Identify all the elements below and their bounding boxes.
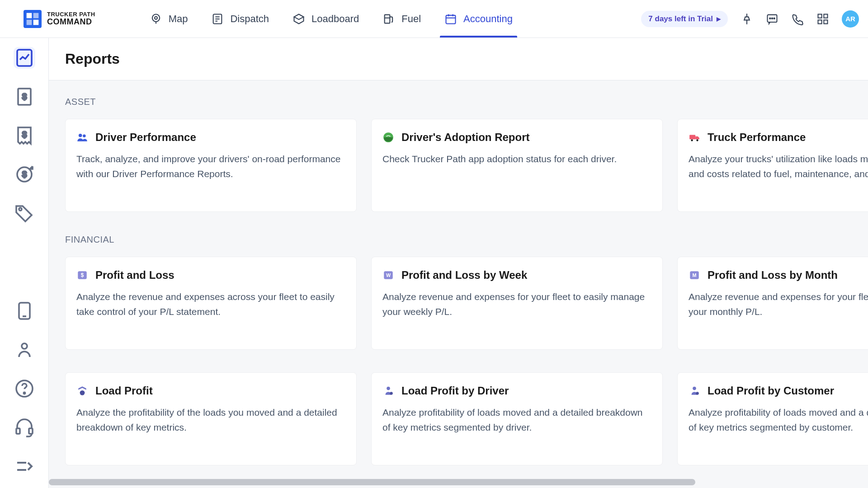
- svg-point-55: [693, 387, 696, 390]
- svg-point-18: [772, 18, 773, 19]
- svg-text:W: W: [386, 272, 391, 278]
- horizontal-scrollbar[interactable]: [49, 479, 857, 485]
- sidebar-transfer[interactable]: $: [14, 164, 35, 185]
- logo-line2: COMMAND: [47, 18, 95, 26]
- sidebar-top: $ $ $: [0, 47, 48, 224]
- svg-text:$: $: [22, 92, 26, 101]
- svg-point-54: [390, 392, 393, 395]
- apps-grid-icon[interactable]: [816, 13, 829, 25]
- pin-icon[interactable]: [741, 13, 753, 25]
- card-load-profit-customer[interactable]: Load Profit by Customer Analyze profitab…: [677, 372, 868, 465]
- nav-fuel[interactable]: Fuel: [382, 0, 421, 38]
- loadboard-icon: [292, 13, 305, 25]
- avatar[interactable]: AR: [842, 10, 859, 28]
- svg-text:M: M: [692, 272, 696, 278]
- svg-text:$: $: [22, 130, 26, 139]
- card-desc: Analyze profitability of loads moved and…: [689, 405, 868, 435]
- card-load-profit[interactable]: Load Profit Analyze the profitability of…: [65, 372, 357, 465]
- card-title: Load Profit by Driver: [401, 385, 509, 397]
- chevron-right-icon: ▶: [717, 16, 721, 22]
- chat-icon[interactable]: [766, 13, 778, 25]
- nav-dispatch[interactable]: Dispatch: [211, 0, 269, 38]
- scroll-area[interactable]: ASSET Driver Performance Track, analyze,…: [49, 80, 868, 488]
- svg-rect-23: [824, 20, 827, 23]
- card-profit-loss[interactable]: $ Profit and Loss Analyze the revenue an…: [65, 257, 357, 350]
- trial-pill[interactable]: 7 days left in Trial ▶: [641, 11, 728, 27]
- svg-point-5: [155, 16, 157, 19]
- card-title: Driver's Adoption Report: [401, 131, 530, 144]
- card-desc: Analyze revenue and expenses for your fl…: [382, 290, 651, 319]
- sidebar-invoice[interactable]: $: [14, 86, 35, 108]
- drivers-icon: [76, 131, 88, 143]
- truck-icon: [689, 131, 700, 143]
- card-desc: Check Trucker Path app adoption status f…: [382, 152, 651, 167]
- svg-point-56: [696, 392, 699, 395]
- topnav: Map Dispatch Loadboard Fuel Accounting: [150, 0, 513, 38]
- card-desc: Analyze revenue and expenses for your fl…: [689, 290, 868, 319]
- card-load-profit-driver[interactable]: Load Profit by Driver Analyze profitabil…: [371, 372, 663, 465]
- card-adoption-report[interactable]: Driver's Adoption Report Check Trucker P…: [371, 119, 663, 212]
- svg-point-17: [769, 18, 770, 19]
- sidebar-tag[interactable]: [14, 202, 35, 224]
- card-desc: Track, analyze, and improve your drivers…: [76, 152, 345, 181]
- main: $ $ $: [0, 38, 868, 488]
- svg-text:$: $: [81, 272, 84, 278]
- svg-point-30: [19, 208, 22, 211]
- nav-accounting-label: Accounting: [463, 13, 513, 25]
- section-asset-label: ASSET: [65, 97, 868, 107]
- svg-point-40: [79, 134, 82, 137]
- svg-point-53: [387, 387, 390, 390]
- card-title: Profit and Loss by Week: [401, 269, 527, 282]
- adoption-icon: [382, 131, 394, 143]
- nav-map-label: Map: [169, 13, 188, 25]
- card-driver-performance[interactable]: Driver Performance Track, analyze, and i…: [65, 119, 357, 212]
- nav-fuel-label: Fuel: [401, 13, 421, 25]
- sidebar-support[interactable]: [14, 417, 35, 438]
- load-profit-customer-icon: [689, 385, 700, 397]
- sidebar-expand[interactable]: [14, 455, 35, 477]
- logo-text: TRUCKER PATH COMMAND: [47, 11, 95, 26]
- svg-rect-20: [818, 14, 822, 18]
- card-title: Driver Performance: [95, 131, 196, 144]
- logo-mark-icon: [24, 10, 42, 28]
- card-desc: Analyze your trucks' utilization like lo…: [689, 152, 868, 181]
- card-profit-loss-week[interactable]: W Profit and Loss by Week Analyze revenu…: [371, 257, 663, 350]
- nav-loadboard[interactable]: Loadboard: [292, 0, 359, 38]
- svg-point-52: [80, 390, 85, 395]
- card-profit-loss-month[interactable]: M Profit and Loss by Month Analyze reven…: [677, 257, 868, 350]
- trial-text: 7 days left in Trial: [648, 14, 713, 23]
- nav-dispatch-label: Dispatch: [230, 13, 269, 25]
- svg-rect-36: [16, 428, 20, 434]
- card-truck-performance[interactable]: Truck Performance Analyze your trucks' u…: [677, 119, 868, 212]
- card-desc: Analyze the revenue and expenses across …: [76, 290, 345, 319]
- topbar: TRUCKER PATH COMMAND Map Dispatch Loadbo…: [0, 0, 868, 38]
- scrollbar-thumb[interactable]: [49, 479, 695, 485]
- pl-icon: $: [76, 269, 88, 281]
- sidebar-bottom: [0, 300, 48, 483]
- svg-point-33: [22, 343, 27, 349]
- nav-map[interactable]: Map: [150, 0, 188, 38]
- sidebar-tablet[interactable]: [14, 300, 35, 322]
- svg-rect-3: [33, 19, 39, 25]
- logo[interactable]: TRUCKER PATH COMMAND: [24, 10, 95, 28]
- section-financial-label: FINANCIAL: [65, 235, 868, 245]
- phone-icon[interactable]: [791, 13, 804, 25]
- card-title: Profit and Loss by Month: [708, 269, 838, 282]
- page-title: Reports: [65, 51, 868, 67]
- nav-loadboard-label: Loadboard: [311, 13, 359, 25]
- svg-rect-10: [385, 14, 390, 23]
- sidebar-receipt[interactable]: $: [14, 125, 35, 146]
- card-title: Truck Performance: [708, 131, 806, 144]
- financial-row-1: $ Profit and Loss Analyze the revenue an…: [65, 257, 868, 350]
- svg-point-45: [696, 139, 698, 141]
- svg-point-41: [83, 135, 86, 138]
- nav-accounting[interactable]: Accounting: [444, 0, 513, 38]
- sidebar-help[interactable]: [14, 378, 35, 399]
- sidebar-user[interactable]: [14, 339, 35, 361]
- content: Reports ASSET Driver Performance Track, …: [49, 38, 868, 488]
- sidebar-reports[interactable]: [14, 47, 35, 69]
- asset-row: Driver Performance Track, analyze, and i…: [65, 119, 868, 212]
- card-title: Load Profit: [95, 385, 153, 397]
- svg-point-4: [152, 14, 159, 21]
- svg-rect-2: [27, 19, 32, 25]
